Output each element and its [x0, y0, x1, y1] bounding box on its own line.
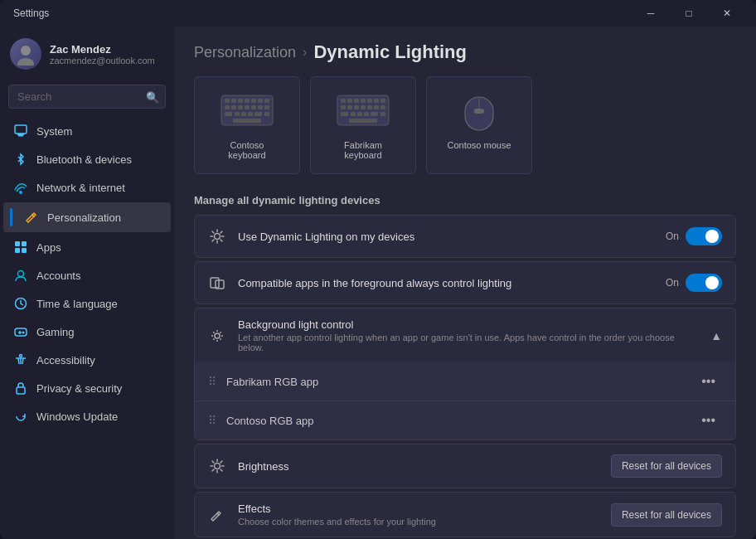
sidebar-item-privacy[interactable]: Privacy & security	[3, 375, 171, 401]
svg-rect-9	[22, 248, 27, 253]
sidebar-item-time[interactable]: Time & language	[3, 290, 171, 317]
sidebar-label-network: Network & internet	[36, 182, 125, 194]
setting-effects[interactable]: Effects Choose color themes and effects …	[194, 492, 736, 537]
close-button[interactable]: ✕	[708, 0, 746, 27]
svg-rect-43	[367, 99, 372, 103]
minimize-button[interactable]: ─	[632, 0, 670, 27]
search-box: 🔍	[8, 85, 166, 109]
svg-rect-71	[211, 278, 219, 288]
svg-rect-51	[374, 105, 379, 109]
svg-rect-8	[15, 248, 20, 253]
setting-use-dynamic-lighting[interactable]: Use Dynamic Lighting on my devices On	[194, 215, 736, 258]
time-icon	[13, 296, 28, 311]
content-area: Personalization › Dynamic Lighting	[174, 27, 756, 539]
svg-rect-46	[341, 105, 346, 109]
sidebar-item-update[interactable]: Windows Update	[3, 403, 171, 430]
svg-rect-57	[371, 112, 378, 116]
compatible-apps-icon	[208, 274, 226, 292]
svg-point-10	[18, 271, 24, 277]
svg-rect-17	[225, 99, 230, 103]
svg-point-74	[215, 464, 220, 469]
drag-handle-icon[interactable]: ⠿	[208, 375, 216, 388]
brightness-title: Brightness	[238, 460, 599, 473]
sidebar-label-personalization: Personalization	[47, 211, 121, 224]
sidebar-item-personalization[interactable]: Personalization	[3, 202, 171, 232]
sidebar-label-time: Time & language	[36, 298, 118, 310]
sidebar-item-network[interactable]: Network & internet	[3, 174, 171, 201]
svg-line-68	[220, 240, 222, 241]
svg-line-67	[212, 231, 214, 233]
setting-background-light[interactable]: Background light control Let another app…	[194, 308, 736, 362]
more-menu-contoso-button[interactable]: •••	[695, 411, 722, 430]
svg-rect-22	[258, 99, 263, 103]
brightness-icon	[208, 457, 226, 475]
sub-item-fabrikam-label: Fabrikam RGB app	[226, 376, 685, 388]
svg-point-62	[215, 234, 220, 240]
svg-rect-32	[235, 112, 240, 116]
svg-rect-36	[264, 112, 269, 116]
dynamic-lighting-toggle[interactable]	[686, 227, 722, 245]
user-profile[interactable]: Zac Mendez zacmendez@outlook.com	[0, 27, 174, 81]
device-card-fabrikam-keyboard[interactable]: Fabrikam keyboard	[310, 76, 416, 174]
drag-handle-icon-2[interactable]: ⠿	[208, 414, 216, 427]
sidebar-item-accounts[interactable]: Accounts	[3, 262, 171, 289]
accounts-icon	[13, 268, 28, 283]
device-icon-keyboard1	[220, 90, 274, 130]
effects-title: Effects	[238, 503, 599, 515]
brightness-reset-button[interactable]: Reset for all devices	[611, 454, 722, 478]
svg-rect-21	[251, 99, 256, 103]
sub-item-contoso[interactable]: ⠿ Contoso RGB app •••	[195, 401, 735, 439]
svg-point-73	[215, 333, 220, 338]
svg-rect-39	[341, 99, 346, 103]
sidebar-item-accessibility[interactable]: Accessibility	[3, 347, 171, 373]
setting-compatible-apps[interactable]: Compatible apps in the foreground always…	[194, 261, 736, 304]
device-cards: Contoso keyboard	[174, 76, 756, 191]
svg-point-14	[20, 355, 22, 357]
device-icon-mouse	[453, 90, 506, 130]
window-controls: ─ □ ✕	[632, 0, 746, 27]
sidebar-item-gaming[interactable]: Gaming	[3, 318, 171, 345]
device-card-contoso-mouse[interactable]: Contoso mouse	[426, 76, 532, 174]
svg-point-1	[17, 58, 34, 66]
search-icon: 🔍	[146, 90, 159, 103]
svg-rect-52	[380, 105, 385, 109]
sidebar-item-system[interactable]: System	[3, 118, 171, 144]
expanded-section: ⠿ Fabrikam RGB app ••• ⠿ Contoso RGB app…	[194, 362, 736, 440]
svg-rect-59	[349, 119, 377, 123]
svg-point-0	[21, 46, 31, 56]
breadcrumb-personalization[interactable]: Personalization	[194, 44, 296, 61]
window-title: Settings	[13, 7, 49, 19]
setting-brightness[interactable]: Brightness Reset for all devices	[194, 444, 736, 488]
breadcrumb-separator: ›	[303, 45, 307, 60]
device-card-contoso-keyboard[interactable]: Contoso keyboard	[194, 76, 300, 174]
search-input[interactable]	[8, 85, 166, 109]
more-menu-fabrikam-button[interactable]: •••	[695, 372, 722, 391]
chevron-up-icon[interactable]: ▲	[710, 329, 722, 342]
maximize-button[interactable]: □	[670, 0, 708, 27]
svg-rect-58	[380, 112, 385, 116]
compatible-apps-toggle[interactable]	[686, 274, 722, 292]
svg-rect-47	[347, 105, 352, 109]
compatible-apps-toggle-label: On	[666, 277, 679, 289]
svg-rect-31	[225, 112, 232, 116]
sub-item-fabrikam[interactable]: ⠿ Fabrikam RGB app •••	[195, 362, 735, 401]
svg-rect-29	[258, 105, 263, 109]
effects-reset-button[interactable]: Reset for all devices	[611, 503, 722, 527]
sidebar-item-apps[interactable]: Apps	[3, 234, 171, 260]
svg-rect-34	[248, 112, 253, 116]
svg-rect-44	[374, 99, 379, 103]
svg-rect-6	[15, 241, 20, 246]
svg-rect-45	[380, 99, 385, 103]
sidebar-item-bluetooth[interactable]: Bluetooth & devices	[3, 146, 171, 172]
update-icon	[13, 409, 28, 424]
svg-line-82	[212, 469, 214, 471]
sidebar-label-privacy: Privacy & security	[36, 382, 122, 395]
svg-rect-27	[245, 105, 250, 109]
network-icon	[13, 180, 28, 195]
svg-rect-50	[367, 105, 372, 109]
device-icon-keyboard2	[337, 90, 390, 130]
svg-rect-53	[341, 112, 348, 116]
page-title: Dynamic Lighting	[313, 41, 467, 63]
sidebar-label-accessibility: Accessibility	[36, 354, 95, 367]
svg-rect-37	[233, 119, 261, 123]
